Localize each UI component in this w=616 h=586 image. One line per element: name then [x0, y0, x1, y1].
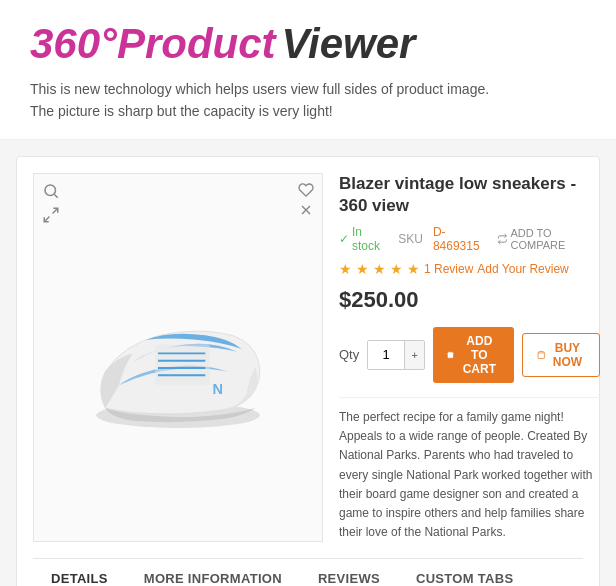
product-name: Blazer vintage low sneakers - 360 view	[339, 173, 600, 217]
qty-input-wrap: +	[367, 340, 425, 370]
star-2: ★	[356, 261, 369, 277]
product-container: N Blazer vintage low sneakers - 360 view…	[16, 156, 600, 586]
cart-icon	[447, 348, 454, 362]
product-image: N	[78, 278, 278, 438]
title-product: Product	[117, 20, 276, 68]
product-image-area: N	[33, 173, 323, 543]
qty-cart-row: Qty + ADD TO CART BUY NOW	[339, 327, 600, 383]
close-icon[interactable]	[298, 202, 314, 222]
product-main: N Blazer vintage low sneakers - 360 view…	[17, 157, 599, 559]
tab-more-information[interactable]: MORE INFORMATION	[126, 559, 300, 586]
tabs-bar: DETAILS MORE INFORMATION REVIEWS CUSTOM …	[33, 558, 583, 586]
qty-label: Qty	[339, 347, 359, 362]
tab-reviews[interactable]: REVIEWS	[300, 559, 398, 586]
expand-icon[interactable]	[42, 206, 60, 227]
stars-section: ★ ★ ★ ★ ★ 1 Review Add Your Review	[339, 261, 600, 277]
svg-line-1	[54, 194, 57, 197]
compare-link[interactable]: ADD TO COMPARE	[497, 227, 600, 251]
review-count[interactable]: 1 Review	[424, 262, 473, 276]
title-360: 360°	[30, 20, 117, 68]
star-3: ★	[373, 261, 386, 277]
star-1: ★	[339, 261, 352, 277]
header-subtitle: This is new technology which helps users…	[30, 78, 586, 123]
compare-text: ADD TO COMPARE	[510, 227, 599, 251]
tab-details[interactable]: DETAILS	[33, 559, 126, 586]
title-viewer: Viewer	[282, 20, 416, 68]
star-4: ★	[390, 261, 403, 277]
star-5: ★	[407, 261, 420, 277]
product-info: Blazer vintage low sneakers - 360 view ✓…	[339, 173, 600, 543]
subtitle-line2: The picture is sharp but the capacity is…	[30, 100, 586, 122]
svg-rect-7	[155, 344, 210, 385]
qty-input[interactable]	[368, 341, 404, 369]
product-price: $250.00	[339, 287, 600, 313]
add-review-link[interactable]: Add Your Review	[477, 262, 568, 276]
sku-value: D-8469315	[433, 225, 487, 253]
sku-label: SKU	[398, 232, 423, 246]
product-meta: ✓ In stock SKU D-8469315 ADD TO COMPARE	[339, 225, 600, 253]
header-title: 360° Product Viewer	[30, 20, 586, 68]
in-stock-badge: ✓ In stock	[339, 225, 388, 253]
add-to-cart-button[interactable]: ADD TO CART	[433, 327, 513, 383]
buy-now-button[interactable]: BUY NOW	[522, 333, 600, 377]
qty-increment[interactable]: +	[404, 341, 424, 369]
svg-line-2	[53, 208, 58, 213]
heart-icon[interactable]	[298, 182, 314, 202]
svg-point-0	[45, 185, 56, 196]
header-section: 360° Product Viewer This is new technolo…	[0, 0, 616, 140]
buy-icon	[537, 348, 545, 362]
search-icon[interactable]	[42, 182, 60, 205]
check-icon: ✓	[339, 232, 349, 246]
subtitle-line1: This is new technology which helps users…	[30, 78, 586, 100]
tab-custom-tabs[interactable]: CUSTOM TABS	[398, 559, 531, 586]
svg-line-3	[44, 216, 49, 221]
svg-text:N: N	[213, 381, 224, 397]
product-description: The perfect recipe for a family game nig…	[339, 397, 600, 542]
